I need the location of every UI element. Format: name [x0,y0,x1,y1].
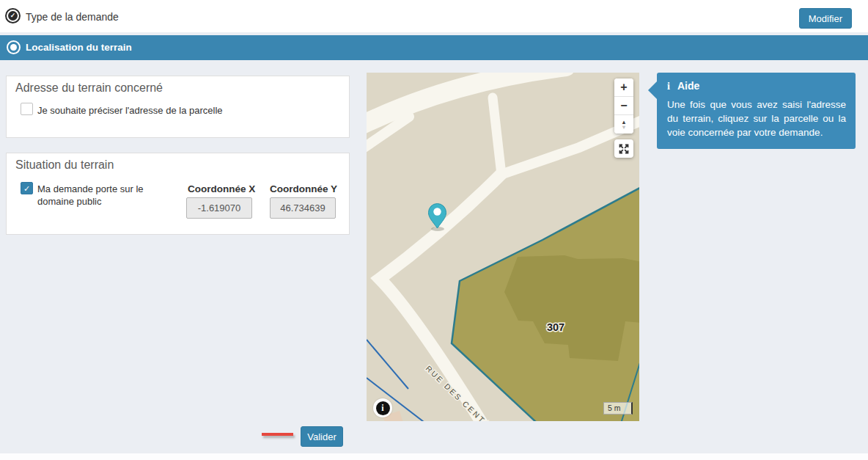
check-icon: ✓ [23,184,30,193]
address-card: Adresse du terrain concerné Je souhaite … [6,76,350,138]
address-card-title: Adresse du terrain concerné [15,81,163,95]
parcel-number-label: 307 [547,321,564,333]
zoom-in-button[interactable]: + [614,79,633,97]
step-active-icon [7,40,21,54]
coord-x-label: Coordonnée X [188,183,255,194]
map-graphic: 307 RUE DES CENTA [367,73,639,421]
step-header-localisation[interactable]: Localisation du terrain [0,35,868,60]
step-header-type-demande[interactable]: ✓ Type de la demande Modifier [0,0,868,32]
address-checkbox-label: Je souhaite préciser l'adresse de la par… [37,104,223,117]
coord-y-label: Coordonnée Y [270,183,337,194]
help-text: Une fois que vous avez saisi l'adresse d… [667,98,846,139]
arrow-down-icon: ▼ [621,125,626,130]
situation-card: Situation du terrain ✓ Ma demande porte … [6,153,350,235]
info-icon: i [376,401,390,415]
check-icon: ✓ [8,11,18,21]
domaine-public-checkbox[interactable]: ✓ [21,182,33,194]
help-box: iAide Une fois que vous avez saisi l'adr… [657,73,856,149]
radio-dot-icon [10,44,17,51]
attribution-button[interactable]: i [373,398,392,417]
step-title: Type de la demande [26,11,119,23]
fullscreen-icon [618,143,630,155]
annotation-red-dash [262,433,293,436]
map-canvas[interactable]: 307 RUE DES CENTA + − ▲ ▼ i 5 m [367,73,639,421]
map-scale: 5 m [603,402,633,415]
help-title: iAide [667,80,846,92]
submit-button[interactable]: Valider [301,426,343,447]
modify-button[interactable]: Modifier [799,8,852,29]
info-icon: i [667,81,677,92]
fullscreen-button[interactable] [614,139,633,158]
address-checkbox[interactable] [21,103,33,115]
section-title: Localisation du terrain [26,42,132,53]
step-completed-icon: ✓ [5,8,21,23]
situation-card-title: Situation du terrain [15,158,114,172]
coord-x-input[interactable] [186,197,252,219]
zoom-slider-button[interactable]: ▲ ▼ [614,115,633,134]
domaine-public-label: Ma demande porte sur le domaine public [37,183,178,208]
coord-y-input[interactable] [270,197,336,219]
map-zoom-control: + − ▲ ▼ [614,79,633,134]
zoom-out-button[interactable]: − [614,97,633,115]
bottom-strip [0,453,868,460]
